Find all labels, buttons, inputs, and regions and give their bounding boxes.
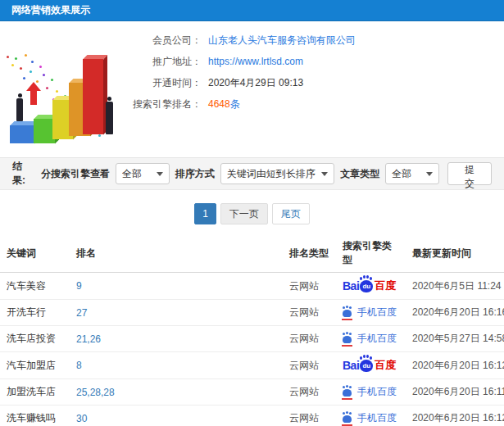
updated-cell: 2020年6月20日 16:11 xyxy=(406,379,504,406)
chevron-down-icon xyxy=(321,172,328,176)
baidu-paw-icon: du xyxy=(360,280,373,292)
baidu-logo: Baidu百度 xyxy=(343,279,396,293)
updated-cell: 2020年6月20日 16:12 xyxy=(406,406,504,426)
sort-filter-label: 排序方式 xyxy=(175,167,215,181)
rank-type-cell: 云网站 xyxy=(283,352,336,379)
engine-cell: 手机百度 xyxy=(336,300,406,326)
article-type-filter-select[interactable]: 全部 xyxy=(385,163,439,184)
promo-url-link[interactable]: https://www.lrtlsd.com xyxy=(208,56,303,67)
rank-cell: 30 xyxy=(70,406,283,426)
filter-bar: 结果: 分搜索引擎查看 全部 排序方式 关键词由短到长排序 文章类型 全部 提交 xyxy=(0,157,504,190)
sort-filter-select[interactable]: 关键词由短到长排序 xyxy=(220,163,335,184)
last-page-button[interactable]: 尾页 xyxy=(272,203,310,224)
mobile-baidu-badge: 手机百度 xyxy=(343,411,397,425)
baidu-paw-icon xyxy=(343,336,352,343)
filter-group: 分搜索引擎查看 全部 排序方式 关键词由短到长排序 文章类型 全部 提交 xyxy=(35,162,492,185)
baidu-paw-icon xyxy=(343,389,352,397)
open-time-value: 2020年4月29日 09:13 xyxy=(208,76,303,90)
table-row: 洗车赚钱吗 30 云网站 手机百度 2020年6月20日 16:12 xyxy=(0,406,504,426)
mobile-baidu-badge: 手机百度 xyxy=(343,332,397,346)
engine-rank-count: 4648 xyxy=(208,98,230,110)
baidu-paw-icon xyxy=(343,310,352,317)
page-title: 网络营销效果展示 xyxy=(11,3,90,17)
rank-link[interactable]: 25,28,28 xyxy=(76,387,115,398)
chevron-down-icon xyxy=(157,172,163,176)
keyword-cell: 开洗车行 xyxy=(0,300,70,326)
rank-cell: 21,26 xyxy=(70,326,283,352)
engine-cell: Baidu百度 xyxy=(336,273,406,300)
next-page-button[interactable]: 下一页 xyxy=(220,203,268,224)
rank-cell: 25,28,28 xyxy=(70,379,283,406)
engine-filter-label: 分搜索引擎查看 xyxy=(41,167,110,181)
rank-type-cell: 云网站 xyxy=(283,406,336,426)
updated-cell: 2020年6月20日 16:16 xyxy=(406,300,504,326)
table-row: 洗车店投资 21,26 云网站 手机百度 2020年5月27日 14:58 xyxy=(0,326,504,352)
chevron-down-icon xyxy=(426,172,433,176)
engine-rank-label: 搜索引擎排名： xyxy=(107,97,202,111)
updated-cell: 2020年6月20日 16:12 xyxy=(406,352,504,379)
bar-chart-graphic-blue xyxy=(10,125,34,143)
mobile-baidu-badge: 手机百度 xyxy=(343,385,397,399)
article-type-filter-value: 全部 xyxy=(392,167,411,181)
baidu-paw-icon xyxy=(343,415,352,423)
table-header-row: 关键词 排名 排名类型 搜索引擎类型 最新更新时间 xyxy=(0,234,504,273)
member-company-row: 会员公司： 山东老人头汽车服务咨询有限公司 xyxy=(107,29,356,51)
table-row: 汽车美容 9 云网站 Baidu百度 2020年6月5日 11:24 xyxy=(0,273,504,300)
sort-filter-value: 关键词由短到长排序 xyxy=(227,167,316,181)
confetti-dots-graphic xyxy=(7,56,9,58)
promo-url-label: 推广地址： xyxy=(107,55,202,69)
promo-url-row: 推广地址： https://www.lrtlsd.com xyxy=(107,51,356,72)
rank-type-cell: 云网站 xyxy=(283,273,336,300)
col-header-keyword: 关键词 xyxy=(0,234,70,273)
rank-link[interactable]: 30 xyxy=(76,413,87,424)
results-table-section: 关键词 排名 排名类型 搜索引擎类型 最新更新时间 汽车美容 9 云网站 Bai… xyxy=(0,234,504,426)
updated-cell: 2020年6月5日 11:24 xyxy=(406,273,504,300)
engine-rank-row: 搜索引擎排名： 4648条 xyxy=(107,93,356,115)
member-company-label: 会员公司： xyxy=(107,34,202,48)
keyword-cell: 汽车美容 xyxy=(0,273,70,300)
rank-type-cell: 云网站 xyxy=(283,379,336,406)
businessman-figure-left xyxy=(16,93,24,121)
engine-filter-select[interactable]: 全部 xyxy=(116,163,170,184)
results-table: 关键词 排名 排名类型 搜索引擎类型 最新更新时间 汽车美容 9 云网站 Bai… xyxy=(0,234,504,426)
member-info-list: 会员公司： 山东老人头汽车服务咨询有限公司 推广地址： https://www.… xyxy=(107,29,356,115)
rank-type-cell: 云网站 xyxy=(283,326,336,352)
rank-link[interactable]: 9 xyxy=(76,280,82,292)
rank-cell: 9 xyxy=(70,273,283,300)
member-company-link[interactable]: 山东老人头汽车服务咨询有限公司 xyxy=(208,34,356,48)
open-time-row: 开通时间： 2020年4月29日 09:13 xyxy=(107,72,356,93)
article-type-filter-label: 文章类型 xyxy=(340,167,379,181)
col-header-engine-type: 搜索引擎类型 xyxy=(336,234,406,273)
bar-chart-graphic-red xyxy=(83,59,103,134)
engine-cell: 手机百度 xyxy=(336,326,406,352)
engine-cell: Baidu百度 xyxy=(336,352,406,379)
baidu-paw-icon: du xyxy=(360,360,373,372)
app-header: 网络营销效果展示 xyxy=(0,0,504,21)
col-header-rank-type: 排名类型 xyxy=(283,234,336,273)
engine-filter-value: 全部 xyxy=(122,167,142,181)
keyword-cell: 汽车加盟店 xyxy=(0,352,70,379)
submit-button[interactable]: 提交 xyxy=(447,162,492,185)
engine-cell: 手机百度 xyxy=(336,379,406,406)
pagination: 1 下一页 尾页 xyxy=(0,203,504,224)
rank-cell: 8 xyxy=(70,352,283,379)
result-label: 结果: xyxy=(12,160,35,188)
member-info-section: 会员公司： 山东老人头汽车服务咨询有限公司 推广地址： https://www.… xyxy=(0,21,504,157)
keyword-cell: 洗车店投资 xyxy=(0,326,70,352)
keyword-cell: 加盟洗车店 xyxy=(0,379,70,406)
table-row: 开洗车行 27 云网站 手机百度 2020年6月20日 16:16 xyxy=(0,300,504,326)
rank-link[interactable]: 27 xyxy=(76,307,87,319)
keyword-cell: 洗车赚钱吗 xyxy=(0,406,70,426)
col-header-updated: 最新更新时间 xyxy=(406,234,504,273)
rank-type-cell: 云网站 xyxy=(283,300,336,326)
table-row: 汽车加盟店 8 云网站 Baidu百度 2020年6月20日 16:12 xyxy=(0,352,504,379)
rank-link[interactable]: 21,26 xyxy=(76,333,101,345)
baidu-logo: Baidu百度 xyxy=(343,358,396,373)
col-header-rank: 排名 xyxy=(70,234,283,273)
page-1-button[interactable]: 1 xyxy=(194,203,216,224)
rank-link[interactable]: 8 xyxy=(76,360,82,371)
engine-cell: 手机百度 xyxy=(336,406,406,426)
engine-rank-value: 4648条 xyxy=(208,97,240,111)
up-arrow-graphic xyxy=(26,82,41,106)
open-time-label: 开通时间： xyxy=(107,76,202,90)
